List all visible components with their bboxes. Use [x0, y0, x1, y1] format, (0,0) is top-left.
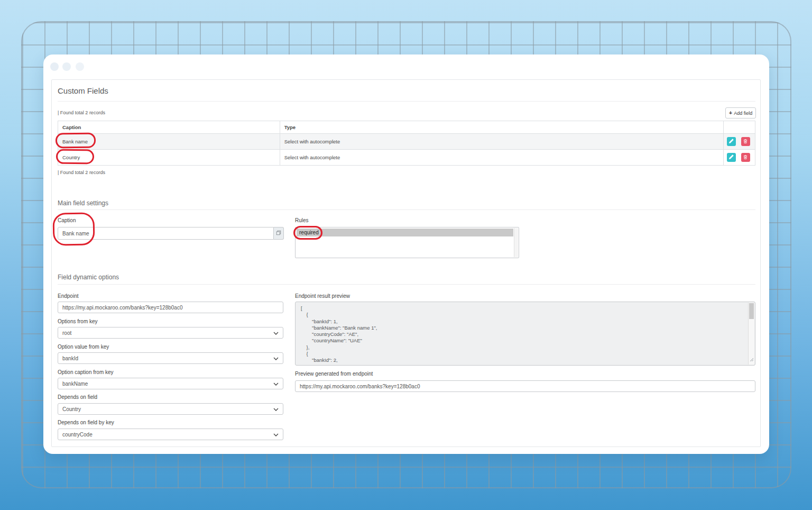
section-divider — [58, 210, 755, 210]
endpoint-result-preview-label: Endpoint result preview — [295, 293, 350, 299]
table-row: Country Select with autocomplete — [58, 150, 755, 166]
edit-button[interactable] — [727, 153, 736, 162]
column-header-actions — [724, 121, 755, 134]
preview-generated-label: Preview generated from endpoint — [295, 371, 373, 377]
custom-fields-table: Caption Type Bank name Select with autoc… — [58, 121, 755, 166]
add-field-label: Add field — [734, 111, 752, 116]
depends-on-field-select[interactable]: Country — [58, 403, 283, 415]
option-caption-from-key-select[interactable]: bankName — [58, 378, 283, 389]
window-dot-icon — [62, 62, 71, 71]
chevron-down-icon — [273, 406, 279, 412]
custom-fields-panel: Custom Fields | Found total 2 records + … — [51, 79, 761, 447]
pencil-icon — [728, 138, 734, 145]
options-from-key-label: Options from key — [58, 318, 98, 324]
rules-listbox[interactable]: required — [295, 227, 519, 258]
depends-on-field-label: Depends on field — [58, 394, 97, 400]
pencil-icon — [728, 153, 734, 161]
endpoint-input[interactable] — [58, 302, 283, 313]
chevron-down-icon — [273, 330, 279, 336]
caption-input[interactable] — [58, 227, 274, 240]
page-title: Custom Fields — [58, 86, 108, 95]
plus-icon: + — [729, 111, 732, 115]
cell-caption: Country — [58, 150, 280, 166]
delete-button[interactable] — [741, 153, 750, 162]
page-background: { "colors": { "edit_button": "#31c1ca", … — [0, 0, 812, 510]
option-value-from-key-select[interactable]: bankId — [58, 352, 283, 364]
records-summary-bottom: | Found total 2 records — [58, 170, 105, 175]
chevron-down-icon — [273, 432, 279, 438]
section-divider — [58, 284, 755, 285]
selected-value: countryCode — [62, 432, 93, 438]
selected-value: root — [62, 330, 71, 336]
endpoint-result-preview-box[interactable]: [ { "bankId": 1, "bankName": "Bank name … — [295, 302, 755, 366]
rules-label: Rules — [295, 217, 309, 223]
app-window: Custom Fields | Found total 2 records + … — [43, 54, 769, 454]
trash-icon — [743, 153, 748, 161]
cell-type: Select with autocomplete — [280, 134, 723, 150]
column-header-caption[interactable]: Caption — [58, 121, 280, 134]
rules-option-required[interactable]: required — [297, 229, 513, 236]
endpoint-label: Endpoint — [58, 293, 78, 299]
resize-handle-icon[interactable] — [750, 354, 754, 364]
selected-value: bankName — [62, 381, 88, 387]
records-summary-top: | Found total 2 records — [58, 110, 105, 115]
selected-value: Country — [62, 406, 81, 412]
option-value-from-key-label: Option value from key — [58, 344, 109, 350]
chevron-down-icon — [273, 356, 279, 361]
cell-actions — [724, 134, 755, 150]
endpoint-result-preview-json: [ { "bankId": 1, "bankName": "Bank name … — [296, 302, 755, 366]
trash-icon — [743, 138, 748, 145]
title-divider — [58, 101, 755, 102]
add-field-button[interactable]: + Add field — [725, 107, 756, 119]
table-row: Bank name Select with autocomplete — [58, 134, 755, 150]
chevron-down-icon — [273, 381, 279, 387]
edit-button[interactable] — [727, 137, 736, 146]
depends-on-field-by-key-label: Depends on field by key — [58, 420, 114, 425]
section-title-main-field-settings: Main field settings — [58, 199, 108, 207]
preview-scrollbar-thumb[interactable] — [749, 303, 754, 319]
caption-label: Caption — [58, 217, 76, 223]
cell-actions — [724, 150, 755, 166]
page-copy-icon — [276, 230, 281, 236]
section-title-field-dynamic-options: Field dynamic options — [58, 274, 119, 281]
rules-scrollbar[interactable] — [514, 228, 518, 257]
cell-caption: Bank name — [58, 134, 280, 150]
window-dot-icon — [76, 62, 84, 71]
window-dot-icon — [50, 62, 59, 71]
option-caption-from-key-label: Option caption from key — [58, 369, 114, 375]
table-header-row: Caption Type — [58, 121, 755, 134]
selected-value: bankId — [62, 356, 78, 361]
options-from-key-select[interactable]: root — [58, 327, 283, 339]
preview-generated-input[interactable] — [295, 380, 755, 392]
column-header-type[interactable]: Type — [280, 121, 723, 134]
cell-type: Select with autocomplete — [280, 150, 723, 166]
delete-button[interactable] — [741, 137, 750, 146]
depends-on-field-by-key-select[interactable]: countryCode — [58, 429, 283, 440]
caption-addon-button[interactable] — [274, 227, 284, 240]
